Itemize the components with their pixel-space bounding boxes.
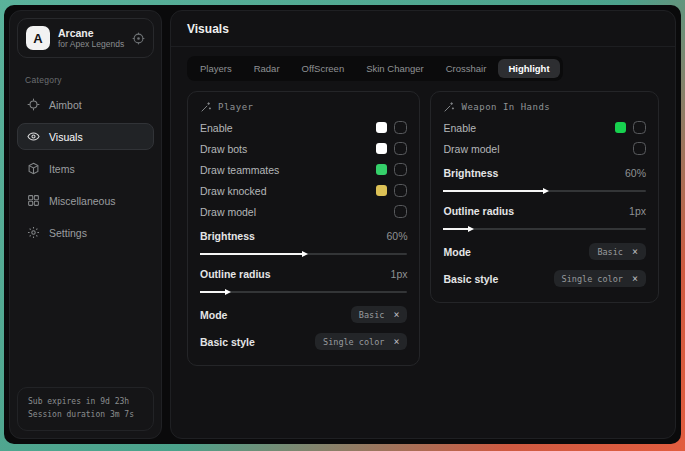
chip-row-basic-style: Basic styleSingle color×: [200, 328, 407, 355]
tab-offscreen[interactable]: OffScreen: [292, 59, 355, 78]
color-swatch[interactable]: [376, 164, 387, 175]
sidebar-item-label: Items: [49, 163, 75, 175]
checkbox[interactable]: [394, 121, 407, 134]
close-icon[interactable]: ×: [393, 337, 399, 347]
target-icon[interactable]: [132, 32, 145, 45]
slider-thumb[interactable]: [543, 188, 549, 194]
slider-row-outline-radius: Outline radius1px: [200, 263, 407, 293]
setting-row-draw-teammates: Draw teammates: [200, 159, 407, 180]
sidebar-item-items[interactable]: Items: [17, 155, 154, 182]
checkbox[interactable]: [394, 142, 407, 155]
sidebar-item-label: Aimbot: [49, 99, 82, 111]
checkbox[interactable]: [394, 205, 407, 218]
tab-bar: PlayersRadarOffScreenSkin ChangerCrossha…: [187, 56, 563, 81]
setting-controls: [615, 121, 646, 134]
panel-title: Weapon In Hands: [443, 101, 646, 113]
setting-label: Mode: [200, 309, 227, 321]
app-logo: A: [26, 26, 50, 50]
setting-label: Mode: [443, 246, 470, 258]
checkbox[interactable]: [394, 163, 407, 176]
setting-label: Brightness: [200, 230, 255, 242]
crosshair-icon: [27, 98, 40, 111]
gear-icon: [27, 226, 40, 239]
tabs-row: PlayersRadarOffScreenSkin ChangerCrossha…: [171, 47, 675, 83]
chip-single-color[interactable]: Single color×: [315, 333, 407, 350]
slider-head: Brightness60%: [443, 162, 646, 183]
color-swatch[interactable]: [376, 122, 387, 133]
close-icon[interactable]: ×: [632, 247, 638, 257]
chip-basic[interactable]: Basic×: [589, 243, 646, 260]
slider-thumb[interactable]: [468, 226, 474, 232]
app-subtitle: for Apex Legends: [58, 39, 124, 49]
close-icon[interactable]: ×: [632, 274, 638, 284]
setting-controls: [394, 205, 407, 218]
sidebar-item-label: Settings: [49, 227, 87, 239]
tab-players[interactable]: Players: [190, 59, 242, 78]
tab-crosshair[interactable]: Crosshair: [436, 59, 497, 78]
chip-row-mode: ModeBasic×: [200, 301, 407, 328]
slider-head: Brightness60%: [200, 225, 407, 246]
grid-icon: [27, 194, 40, 207]
close-icon[interactable]: ×: [393, 310, 399, 320]
setting-row-draw-model: Draw model: [443, 138, 646, 159]
slider-row-brightness: Brightness60%: [200, 225, 407, 255]
wand-icon: [443, 101, 455, 113]
slider-head: Outline radius1px: [200, 263, 407, 284]
setting-row-draw-knocked: Draw knocked: [200, 180, 407, 201]
slider-fill: [443, 228, 467, 230]
sidebar-item-miscellaneous[interactable]: Miscellaneous: [17, 187, 154, 214]
slider-track[interactable]: [200, 253, 407, 255]
sidebar-item-settings[interactable]: Settings: [17, 219, 154, 246]
tab-highlight[interactable]: Highlight: [498, 59, 559, 78]
color-swatch[interactable]: [376, 185, 387, 196]
wand-icon: [200, 101, 212, 113]
setting-row-draw-model: Draw model: [200, 201, 407, 222]
chip-label: Basic: [597, 247, 623, 257]
checkbox[interactable]: [633, 142, 646, 155]
slider-value: 60%: [386, 230, 407, 242]
app-name: Arcane: [58, 27, 124, 40]
chip-single-color[interactable]: Single color×: [554, 270, 646, 287]
chip-label: Basic: [359, 310, 385, 320]
cube-icon: [27, 162, 40, 175]
tab-radar[interactable]: Radar: [244, 59, 290, 78]
chip-row-mode: ModeBasic×: [443, 238, 646, 265]
slider-track[interactable]: [200, 291, 407, 293]
color-swatch[interactable]: [615, 122, 626, 133]
setting-label: Basic style: [200, 336, 255, 348]
session-duration-text: Session duration 3m 7s: [28, 408, 143, 422]
slider-track[interactable]: [443, 190, 646, 192]
settings-panels: PlayerEnableDraw botsDraw teammatesDraw …: [171, 83, 675, 374]
sidebar-spacer: [10, 246, 161, 380]
color-swatch[interactable]: [376, 143, 387, 154]
setting-controls: [376, 121, 407, 134]
setting-label: Enable: [443, 122, 476, 134]
page-title: Visuals: [187, 22, 659, 36]
setting-label: Enable: [200, 122, 233, 134]
slider-thumb[interactable]: [225, 289, 231, 295]
sidebar-item-visuals[interactable]: Visuals: [17, 123, 154, 150]
setting-controls: [376, 163, 407, 176]
tab-skin-changer[interactable]: Skin Changer: [356, 59, 434, 78]
checkbox[interactable]: [633, 121, 646, 134]
setting-label: Draw knocked: [200, 185, 267, 197]
app-titles: Arcane for Apex Legends: [58, 27, 124, 50]
setting-row-enable: Enable: [443, 117, 646, 138]
slider-track[interactable]: [443, 228, 646, 230]
slider-head: Outline radius1px: [443, 200, 646, 221]
slider-thumb[interactable]: [302, 251, 308, 257]
chip-basic[interactable]: Basic×: [351, 306, 408, 323]
sidebar-item-aimbot[interactable]: Aimbot: [17, 91, 154, 118]
app-window: A Arcane for Apex Legends Category Aimbo…: [4, 5, 681, 444]
sidebar-item-label: Miscellaneous: [49, 195, 116, 207]
slider-fill: [200, 291, 225, 293]
setting-label: Outline radius: [443, 205, 514, 217]
sidebar-header: A Arcane for Apex Legends: [17, 18, 154, 58]
setting-label: Outline radius: [200, 268, 271, 280]
eye-icon: [27, 130, 40, 143]
sub-expiry-text: Sub expires in 9d 23h: [28, 395, 143, 409]
chip-row-basic-style: Basic styleSingle color×: [443, 265, 646, 292]
checkbox[interactable]: [394, 184, 407, 197]
sidebar-item-label: Visuals: [49, 131, 83, 143]
setting-label: Draw model: [200, 206, 256, 218]
